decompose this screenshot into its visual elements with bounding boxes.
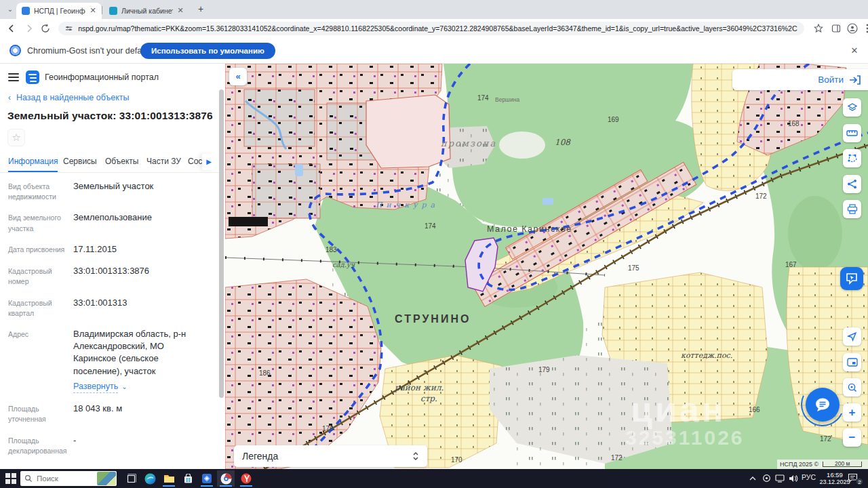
site-settings-icon[interactable] — [65, 24, 73, 33]
browser-navbar: nspd.gov.ru/map?thematic=PKK&zoom=15.361… — [0, 19, 868, 38]
default-browser-notification: Chromium-Gost isn't your default browser… — [0, 38, 868, 64]
browser-menu-icon[interactable] — [861, 22, 868, 35]
windows-taskbar: РУС 16:59 23.12.2025 2 — [0, 469, 868, 488]
overview-map-button[interactable] — [843, 353, 861, 371]
svg-text:169: 169 — [608, 116, 619, 123]
microsoft-store-icon[interactable] — [179, 470, 197, 487]
large-building — [229, 217, 268, 226]
svg-text:186: 186 — [259, 369, 271, 377]
chat-bubble-icon — [814, 396, 831, 413]
svg-text:циан: циан — [631, 390, 726, 429]
forward-icon[interactable] — [23, 22, 35, 35]
tab-objects[interactable]: Объекты — [105, 157, 139, 166]
geolocation-button[interactable] — [843, 327, 861, 346]
chromium-gost-taskbar-icon[interactable] — [217, 470, 235, 487]
svg-text:172: 172 — [820, 435, 831, 443]
collapse-sidebar-button[interactable]: « — [229, 68, 247, 85]
side-panel-icon[interactable] — [830, 22, 842, 35]
svg-text:179: 179 — [538, 366, 550, 373]
portal-title: Геоинформационный портал — [45, 73, 159, 82]
industrial-parcel — [366, 95, 450, 168]
portal-logo — [26, 70, 39, 84]
svg-text:166: 166 — [749, 406, 760, 413]
favorite-star-button[interactable]: ☆ — [7, 129, 25, 146]
svg-text:174: 174 — [477, 94, 489, 102]
login-label: Войти — [818, 75, 844, 85]
share-button[interactable] — [843, 175, 861, 193]
zoom-in-button[interactable]: + — [843, 403, 861, 422]
field-row: Вид земельного участкаЗемлепользование — [0, 205, 214, 236]
sidebar-scrollbar-thumb[interactable] — [219, 89, 224, 398]
bookmark-star-icon[interactable] — [812, 22, 825, 35]
attribution-text: НСПД 2025 © — [780, 461, 818, 468]
zoom-out-button[interactable]: − — [843, 428, 861, 447]
tab-title: Личный кабинет — [121, 7, 173, 15]
new-tab-button[interactable]: + — [195, 4, 206, 15]
field-row: Дата присвоения17.11.2015 — [0, 237, 214, 258]
volume-icon[interactable] — [789, 473, 798, 485]
menu-hamburger-icon[interactable] — [8, 73, 19, 83]
field-row: Площадь декларированная- — [0, 428, 214, 459]
url-bar[interactable]: nspd.gov.ru/map?thematic=PKK&zoom=15.361… — [58, 22, 804, 35]
tab-parcel-parts[interactable]: Части ЗУ — [146, 157, 181, 166]
login-icon — [849, 75, 861, 85]
polygon-select-button[interactable] — [843, 149, 861, 167]
photos-app-icon[interactable] — [198, 470, 216, 487]
tabs-scroll-right-button[interactable]: ▶ — [202, 154, 216, 170]
topographic-map[interactable]: СТРУНИНО Малое Каринское промзона Вершин… — [225, 64, 868, 469]
browser-tabstrip: ⌄ НСПД | Геоинформационный ✕ Личный каби… — [0, 0, 868, 19]
tab-services[interactable]: Сервисы — [63, 157, 97, 166]
town-label: СТРУНИНО — [395, 313, 471, 325]
svg-text:170: 170 — [451, 456, 462, 464]
field-row: Площадь- — [0, 459, 214, 469]
print-button[interactable] — [843, 200, 861, 218]
edge-browser-icon[interactable] — [141, 470, 159, 487]
file-explorer-icon[interactable] — [160, 470, 178, 487]
tab-divider — [102, 6, 102, 14]
start-button[interactable] — [5, 473, 16, 484]
field-row: Кадастровый квартал33:01:001313 — [0, 290, 214, 321]
coordinate-search-button[interactable] — [843, 378, 861, 396]
chat-support-button[interactable] — [806, 388, 840, 422]
url-text: nspd.gov.ru/map?thematic=PKK&zoom=15.361… — [78, 24, 797, 33]
cottage-label: коттедж.пос. — [681, 351, 732, 360]
svg-text:108: 108 — [555, 138, 571, 147]
tab-list-chevron-icon[interactable]: ⌄ — [5, 5, 15, 14]
chevron-left-icon: ‹ — [8, 93, 11, 102]
browser-tab-account[interactable]: Личный кабинет ✕ — [104, 3, 189, 19]
expand-address-link[interactable]: Развернуть — [73, 381, 118, 394]
search-icon — [24, 474, 33, 483]
browser-tab-nspd[interactable]: НСПД | Геоинформационный ✕ — [16, 3, 102, 19]
svg-text:168: 168 — [788, 120, 800, 127]
task-view-button[interactable] — [122, 470, 140, 487]
profile-avatar-icon[interactable] — [846, 22, 859, 35]
use-as-default-button[interactable]: Использовать по умолчанию — [140, 43, 275, 59]
map-canvas[interactable]: СТРУНИНО Малое Каринское промзона Вершин… — [225, 64, 868, 469]
chromium-gost-icon — [9, 45, 21, 56]
layers-button[interactable] — [843, 98, 861, 117]
taskbar-search-box[interactable] — [20, 471, 117, 486]
measure-ruler-button[interactable] — [843, 124, 861, 142]
tray-app-icon[interactable] — [762, 473, 771, 485]
legend-dropdown[interactable]: Легенда — [234, 445, 427, 467]
login-bar[interactable]: Войти — [732, 69, 868, 90]
yandex-browser-icon[interactable] — [237, 470, 255, 487]
svg-text:175: 175 — [628, 264, 639, 272]
back-to-results-link[interactable]: ‹Назад в найденные объекты — [8, 93, 129, 102]
identify-object-tool-active[interactable] — [840, 267, 863, 290]
network-icon[interactable] — [775, 473, 785, 485]
search-input[interactable] — [37, 474, 91, 483]
attribute-list: Вид объекта недвижимостиЗемельный участо… — [0, 174, 214, 469]
back-icon[interactable] — [5, 22, 18, 35]
reload-icon[interactable] — [39, 22, 52, 35]
district-label-1: район жил. — [394, 383, 443, 392]
field-row-address: Адрес Владимирская область, р-н Александ… — [0, 321, 214, 396]
legend-updown-icon — [412, 451, 419, 461]
field-row: Кадастровый номер33:01:001313:3876 — [0, 258, 214, 289]
notification-close-icon[interactable]: ✕ — [849, 45, 860, 56]
tab-close-icon[interactable]: ✕ — [176, 6, 185, 16]
tab-information[interactable]: Информация — [8, 157, 58, 166]
weather-widget-thumbnail[interactable] — [97, 472, 116, 485]
tab-close-icon[interactable]: ✕ — [88, 6, 98, 16]
tray-expand-chevron-icon[interactable] — [749, 473, 757, 485]
